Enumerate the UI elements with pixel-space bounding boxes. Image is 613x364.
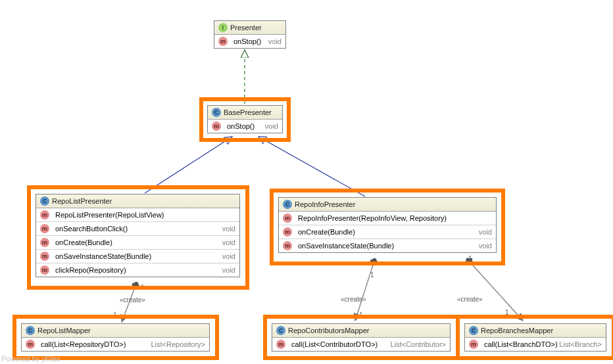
- method-sig: onStop(): [227, 122, 255, 130]
- method-icon: m: [40, 265, 49, 275]
- multiplicity-1a: 1: [141, 284, 145, 291]
- stereotype-create-2: «create»: [341, 296, 366, 303]
- method-icon: m: [212, 122, 221, 131]
- method-sig: RepoListPresenter(RepoListView): [55, 211, 164, 219]
- class-header-basepresenter: C BasePresenter: [208, 106, 282, 120]
- method-ret: void: [222, 252, 235, 260]
- class-icon: C: [26, 326, 35, 335]
- method-icon: m: [283, 214, 292, 223]
- class-row: mclickRepo(Repository) void: [36, 263, 239, 277]
- method-sig: onCreate(Bundle): [298, 228, 355, 236]
- method-ret: void: [268, 37, 282, 45]
- class-header-repoinfopresenter: C RepoInfoPresenter: [279, 198, 496, 212]
- class-name-repocontributorsmapper: RepoContributorsMapper: [288, 327, 370, 334]
- method-icon: m: [40, 224, 49, 233]
- multiplicity-3a: 1: [468, 255, 472, 262]
- method-icon: m: [26, 340, 35, 349]
- class-row: mRepoListPresenter(RepoListView): [36, 208, 239, 222]
- method-sig: onStop(): [233, 37, 261, 45]
- multiplicity-3b: 1: [505, 309, 509, 316]
- multiplicity-2a: 1: [370, 271, 374, 279]
- class-row: monSaveInstanceState(Bundle) void: [279, 239, 496, 252]
- method-ret: List<Contributor>: [391, 340, 446, 348]
- class-row: monCreate(Bundle) void: [279, 225, 496, 239]
- multiplicity-1b: 1: [113, 311, 117, 319]
- method-ret: void: [222, 225, 235, 233]
- class-repolistpresenter: C RepoListPresenter mRepoListPresenter(R…: [36, 194, 240, 277]
- connector-layer: RepoListMapper (gray, diamond start at p…: [0, 0, 613, 364]
- class-header-repolistpresenter: C RepoListPresenter: [36, 194, 239, 208]
- class-repoinfopresenter: C RepoInfoPresenter mRepoInfoPresenter(R…: [278, 197, 497, 253]
- watermark-text: Powered by yFiles: [1, 355, 61, 363]
- method-icon: m: [276, 340, 285, 349]
- method-ret: void: [265, 122, 278, 130]
- class-row: monSaveInstanceState(Bundle) void: [36, 250, 239, 263]
- class-header-presenter: I Presenter: [214, 21, 285, 35]
- class-icon: C: [469, 326, 478, 335]
- class-name-basepresenter: BasePresenter: [224, 108, 272, 116]
- method-sig: call(List<BranchDTO>): [484, 340, 558, 348]
- class-name-repolistmapper: RepoListMapper: [37, 327, 91, 334]
- class-row: mcall(List<BranchDTO>) List<Branch>: [465, 338, 606, 351]
- class-header-repolistmapper: C RepoListMapper: [22, 324, 209, 338]
- svg-line-5: [467, 259, 523, 321]
- class-name-presenter: Presenter: [230, 24, 262, 32]
- class-basepresenter: C BasePresenter m onStop() void: [207, 105, 283, 133]
- method-ret: List<Branch>: [559, 340, 602, 348]
- class-row: monSearchButtonClick() void: [36, 222, 239, 236]
- class-row: monCreate(Bundle) void: [36, 236, 239, 250]
- method-ret: void: [479, 242, 492, 250]
- method-sig: call(List<RepositoryDTO>): [41, 340, 126, 348]
- class-name-repolistpresenter: RepoListPresenter: [52, 197, 112, 205]
- method-icon: m: [40, 252, 49, 261]
- class-header-repocontributorsmapper: C RepoContributorsMapper: [272, 324, 450, 338]
- class-name-repobranchesmapper: RepoBranchesMapper: [481, 327, 553, 334]
- svg-line-4: [355, 259, 375, 321]
- svg-line-1: [145, 137, 232, 193]
- class-repobranchesmapper: C RepoBranchesMapper mcall(List<BranchDT…: [464, 323, 606, 352]
- class-icon: C: [283, 200, 292, 209]
- class-row: m onStop() void: [208, 120, 282, 133]
- class-presenter: I Presenter m onStop() void: [214, 20, 286, 49]
- method-sig: onSearchButtonClick(): [55, 225, 128, 233]
- method-icon: m: [283, 227, 292, 237]
- class-row: mcall(List<RepositoryDTO>) List<Reposito…: [22, 338, 209, 351]
- method-icon: m: [218, 37, 228, 46]
- svg-line-2: [258, 137, 365, 196]
- class-repolistmapper: C RepoListMapper mcall(List<RepositoryDT…: [21, 323, 210, 352]
- method-ret: void: [222, 239, 235, 246]
- method-icon: m: [469, 340, 478, 349]
- class-repocontributorsmapper: C RepoContributorsMapper mcall(List<Cont…: [272, 323, 451, 352]
- class-row: mRepoInfoPresenter(RepoInfoView, Reposit…: [279, 212, 496, 225]
- stereotype-create-3: «create»: [457, 296, 483, 303]
- method-sig: clickRepo(Repository): [55, 266, 126, 274]
- method-sig: RepoInfoPresenter(RepoInfoView, Reposito…: [298, 214, 447, 222]
- multiplicity-2b: 1: [359, 311, 363, 319]
- method-sig: call(List<ContributorDTO>): [291, 340, 378, 348]
- method-sig: onSaveInstanceState(Bundle): [55, 252, 151, 260]
- method-icon: m: [40, 238, 49, 247]
- stereotype-create-1: «create»: [120, 296, 145, 304]
- method-sig: onSaveInstanceState(Bundle): [298, 242, 394, 250]
- method-ret: void: [479, 228, 492, 236]
- class-row: m onStop() void: [214, 35, 285, 48]
- class-icon: C: [212, 108, 221, 117]
- class-header-repobranchesmapper: C RepoBranchesMapper: [465, 324, 606, 338]
- interface-icon: I: [218, 23, 228, 32]
- class-row: mcall(List<ContributorDTO>) List<Contrib…: [272, 338, 450, 351]
- method-sig: onCreate(Bundle): [55, 239, 112, 246]
- method-icon: m: [283, 241, 292, 250]
- class-icon: C: [40, 196, 49, 206]
- class-name-repoinfopresenter: RepoInfoPresenter: [295, 200, 355, 208]
- method-ret: List<Repository>: [151, 340, 205, 348]
- class-icon: C: [276, 326, 285, 335]
- method-icon: m: [40, 210, 49, 219]
- method-ret: void: [222, 266, 235, 274]
